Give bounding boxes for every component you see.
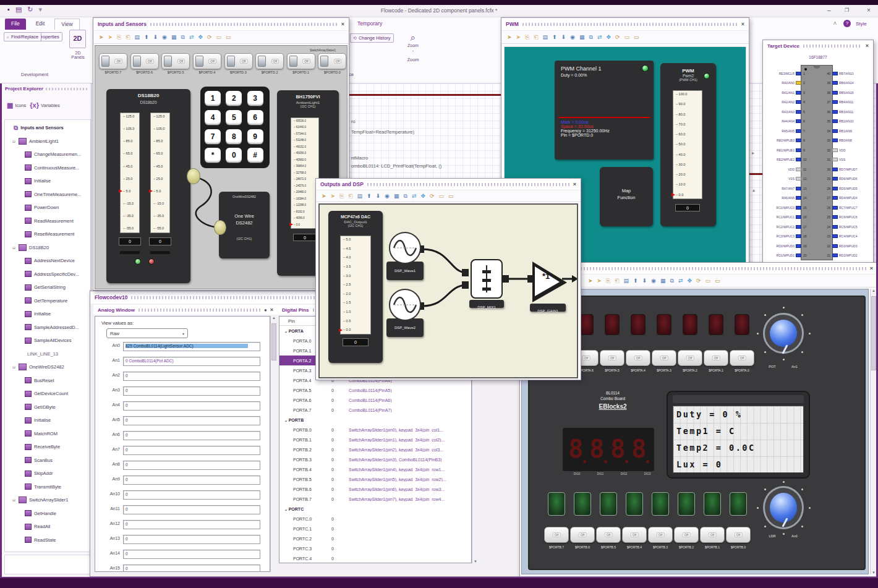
raise-icon[interactable]: ⬆ [633, 278, 638, 284]
frame-icon[interactable]: ▭ [439, 194, 445, 199]
view-values-dropdown[interactable]: Raw ▾ [106, 328, 188, 338]
cursor-copy-icon[interactable]: ➤ [108, 35, 113, 40]
panels-icon[interactable]: ⧉ [670, 278, 673, 284]
move-icon[interactable]: ✥ [606, 35, 611, 40]
digital-pin-row[interactable]: PORTA.7 0 ComboBL0114(PinA7) [279, 405, 471, 415]
zoom-control[interactable]: ⌕ Zoom - Zoom [399, 32, 427, 62]
toggle-switch[interactable]: Off $PORTA.5 [600, 350, 624, 378]
keypad-key[interactable]: # [247, 148, 263, 163]
chip-pin[interactable]: RA4/AN4 6 [765, 117, 811, 127]
cursor-copy-icon[interactable]: ➤ [516, 35, 521, 40]
pin-pad[interactable] [832, 110, 838, 114]
explorer-icon-bar[interactable]: ▦ Icons {x} Variables [2, 94, 91, 116]
chip-pin[interactable]: RA7/AN7 13 [765, 184, 811, 194]
paste-icon[interactable]: ⎗ [615, 278, 619, 284]
pin-pad[interactable] [796, 100, 801, 104]
analog-value-field[interactable]: 0 [123, 550, 260, 559]
switch-knob[interactable] [227, 56, 235, 67]
pin-pad[interactable] [796, 206, 801, 210]
analog-value-field[interactable]: 0 [123, 416, 260, 425]
digital-pin-row[interactable]: PORTA.6 0 ComboBL0114(PinA6) [279, 395, 471, 405]
style-menu[interactable]: Style [856, 21, 867, 27]
slide-switch[interactable]: Off $PORTD.3 [224, 53, 253, 82]
frame2-icon[interactable]: ▭ [634, 35, 639, 40]
pin-pad[interactable] [832, 215, 838, 219]
switch-bank[interactable]: Off $PORTD.7 Off $PORTD.6 Off $PORTD.5 O… [99, 53, 346, 82]
pin-icon[interactable]: ● [264, 307, 267, 313]
keypad-key[interactable]: 3 [247, 91, 263, 106]
chip-pin[interactable]: 21 RD2/WPUD2 [824, 251, 871, 261]
tree-item[interactable]: GetSerialString [5, 281, 90, 294]
toggle-switch[interactable]: Off $PORTB.5 [596, 527, 621, 555]
pin-pad[interactable] [796, 215, 801, 219]
tree-item[interactable]: SampleAddressedD... [5, 321, 90, 334]
analog-value-field[interactable]: 0 [123, 431, 260, 440]
digital-pin-row[interactable]: PORTC.2 0 [279, 534, 471, 543]
switch-knob[interactable] [101, 56, 109, 67]
close-icon[interactable]: × [870, 265, 873, 271]
pin-pad[interactable] [832, 158, 838, 161]
scroll-up-icon[interactable]: ▴ [752, 187, 755, 193]
chip-pin[interactable]: 27 RD4/WPUD4 [824, 194, 871, 203]
toggle-switch[interactable]: Off $PORTA.4 [626, 350, 650, 378]
switch-knob[interactable] [195, 56, 203, 67]
rotate-icon[interactable]: ⟳ [207, 35, 212, 40]
pot-knob[interactable] [763, 313, 804, 354]
paste-icon[interactable]: ⎗ [348, 194, 352, 199]
knob-ball[interactable] [770, 320, 797, 347]
chip-pin[interactable]: 39 RB6/AN14 [824, 79, 871, 88]
tree-item[interactable]: ReadAll [5, 520, 90, 534]
digital-pin-row[interactable]: PORTC.4 0 [279, 553, 471, 563]
keypad-key[interactable]: 1 [205, 91, 221, 106]
slide-switch[interactable]: Off $PORTD.7 [99, 53, 127, 82]
pin-pad[interactable] [832, 91, 838, 95]
chip-pin[interactable]: 30 RD7/WPUD7 [824, 164, 871, 174]
tree-item[interactable]: ⊟ AmbientLight1 [5, 135, 90, 148]
analog-value-field[interactable]: 0 [123, 446, 260, 455]
chip-pin[interactable]: 28 RD5/WPUD5 [824, 184, 871, 194]
close-icon[interactable]: × [741, 21, 744, 27]
record-icon[interactable]: ◉ [651, 278, 656, 284]
tree-item[interactable]: GetHandle [5, 507, 90, 521]
pin-pad[interactable] [796, 129, 801, 133]
tree-item[interactable]: ResetMeasurement [5, 228, 90, 241]
pin-pad[interactable] [832, 100, 838, 104]
pwm-slider[interactable]: 100.090.080.070.060.050.040.030.020.010.… [673, 90, 702, 199]
tree-item[interactable]: ReadMeasurement [5, 215, 90, 228]
list-icon[interactable]: ▤ [624, 278, 629, 284]
close-icon[interactable]: × [341, 21, 344, 27]
chip-pin[interactable]: 32 VDD [824, 145, 871, 155]
portb-toggle-row[interactable]: Off $PORTB.7 Off $PORTB.6 Off $PORTB.5 O… [544, 527, 751, 555]
chip-pin[interactable]: 31 VSS [824, 155, 871, 165]
tree-item[interactable]: ChangeMeasuremen... [5, 148, 90, 161]
tree-item[interactable]: MatchROM [5, 427, 90, 441]
close-icon[interactable]: × [270, 307, 273, 313]
switch-knob[interactable] [133, 56, 141, 67]
chip-pin[interactable]: VDD 11 [765, 164, 811, 174]
pin-pad[interactable] [796, 225, 801, 229]
switch-knob[interactable] [289, 56, 297, 67]
swap-icon[interactable]: ⇄ [597, 35, 602, 40]
chip-right-pins[interactable]: 40 RB7/AN13 39 RB6/AN14 38 RB5/AN15 37 R… [824, 69, 871, 260]
chip-pin[interactable]: RD1/WPUD1 20 [765, 251, 811, 261]
pin-pad[interactable] [832, 225, 838, 229]
expand-icon[interactable]: ⊟ [12, 365, 19, 369]
chip-pin[interactable]: RE0/WPUE0 8 [765, 136, 811, 146]
chip-pin[interactable]: RD0/WPUD0 19 [765, 241, 811, 251]
pin-pad[interactable] [832, 244, 838, 248]
pin-pad[interactable] [832, 138, 838, 142]
frame-icon[interactable]: ▭ [216, 35, 222, 40]
pin-pad[interactable] [796, 148, 801, 152]
help-icon[interactable]: ? [843, 20, 851, 27]
ribbon-tab[interactable]: File [5, 19, 26, 30]
toggle-switch[interactable]: Off $PORTB.0 [726, 527, 751, 555]
tree-item[interactable]: AddressSpecificDev... [5, 268, 90, 281]
tree-item[interactable]: ReceiveByte [5, 440, 90, 454]
tree-item[interactable]: ⊟ OneWireDS2482 [5, 360, 90, 374]
move-icon[interactable]: ✥ [420, 194, 425, 199]
pwm-titlebar[interactable]: PWM × [501, 18, 749, 30]
keypad-key[interactable]: 2 [226, 91, 242, 106]
analog-value-field[interactable]: 0 [123, 386, 260, 396]
ribbon-tab-temporary[interactable]: Temporary [351, 19, 388, 30]
explorer-tree[interactable]: ⧉ Inputs and Sensors ⊟ AmbientLight1 Cha… [4, 119, 91, 552]
